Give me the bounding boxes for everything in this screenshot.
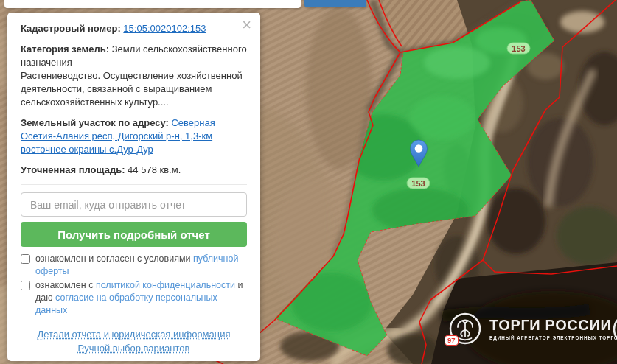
parcel-info-popup: × Кадастровый номер: 15:05:0020102:153 К… bbox=[7, 13, 260, 361]
cadastral-map-page: 153 153 97 bbox=[0, 0, 617, 364]
report-details-link[interactable]: Детали отчета и юридическая информация bbox=[37, 328, 230, 340]
parcel-label-center: 153 bbox=[411, 179, 425, 188]
privacy-policy-link[interactable]: политикой конфиденциальности bbox=[96, 280, 235, 290]
manual-select-link[interactable]: Ручной выбор вариантов bbox=[78, 342, 190, 354]
cadastral-number-label: Кадастровый номер: bbox=[21, 23, 121, 34]
watermark-subtitle: ЕДИНЫЙ АГРЕГАТОР ЭЛЕКТРОННЫХ ТОРГОВ bbox=[489, 335, 617, 340]
cadastral-number-row: Кадастровый номер: 15:05:0020102:153 bbox=[21, 22, 247, 35]
area-label: Уточненная площадь: bbox=[21, 164, 125, 175]
privacy-consent-text-before: ознакомлен с bbox=[35, 280, 93, 290]
area-row: Уточненная площадь: 44 578 кв.м. bbox=[21, 164, 247, 177]
search-button[interactable] bbox=[304, 0, 366, 7]
personal-data-consent-link[interactable]: согласие на обработку персональных данны… bbox=[35, 293, 217, 315]
privacy-consent-row: ознакомлен с политикой конфиденциальност… bbox=[21, 279, 247, 317]
popup-footer-links: Детали отчета и юридическая информация Р… bbox=[21, 327, 247, 355]
offer-consent-row: ознакомлен и согласен с условиями публич… bbox=[21, 253, 247, 278]
category-description: Растениеводство. Осуществление хозяйстве… bbox=[21, 69, 247, 109]
parcel-label-top: 153 bbox=[512, 44, 525, 53]
cadastral-number-link[interactable]: 15:05:0020102:153 bbox=[123, 23, 206, 34]
privacy-consent-checkbox[interactable] bbox=[21, 281, 30, 290]
close-icon[interactable]: × bbox=[242, 17, 251, 33]
area-value: 44 578 кв.м. bbox=[128, 164, 181, 175]
watermark-text: ТОРГИ РОССИИ ЕДИНЫЙ АГРЕГАТОР ЭЛЕКТРОННЫ… bbox=[489, 317, 617, 340]
offer-consent-checkbox[interactable] bbox=[21, 254, 30, 264]
parcel-label-top-pill: 153 bbox=[507, 43, 530, 54]
offer-consent-text: ознакомлен и согласен с условиями bbox=[35, 253, 191, 264]
address-label: Земельный участок по адресу: bbox=[21, 117, 169, 128]
email-input[interactable] bbox=[21, 192, 247, 217]
offer-consent-label: ознакомлен и согласен с условиями публич… bbox=[35, 253, 247, 278]
category-label: Категория земель: bbox=[21, 43, 109, 55]
torgi-rossii-watermark: 97 ТОРГИ РОССИИ ЕДИНЫЙ АГРЕГАТОР ЭЛЕКТРО… bbox=[448, 312, 617, 346]
address-block: Земельный участок по адресу: Северная Ос… bbox=[21, 116, 247, 156]
category-block: Категория земель: Земли сельскохозяйстве… bbox=[21, 43, 247, 109]
divider bbox=[21, 184, 247, 185]
get-report-button[interactable]: Получить подробный отчет bbox=[21, 222, 247, 247]
search-input[interactable] bbox=[4, 0, 301, 8]
parcel-label-center-pill: 153 bbox=[407, 178, 430, 189]
eagle-emblem-icon: 97 bbox=[448, 312, 482, 346]
privacy-consent-label: ознакомлен с политикой конфиденциальност… bbox=[35, 279, 247, 317]
badge-97: 97 bbox=[445, 335, 459, 346]
watermark-title: ТОРГИ РОССИИ bbox=[489, 317, 617, 334]
